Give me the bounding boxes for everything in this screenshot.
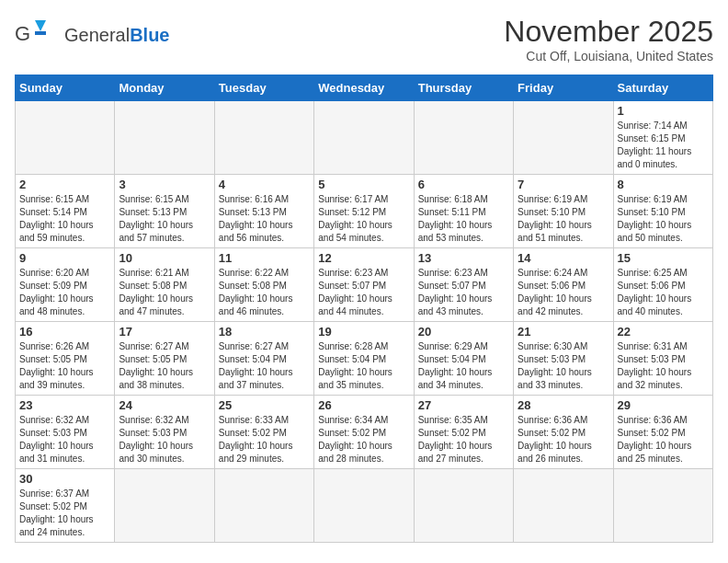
day-number: 3 — [119, 178, 210, 191]
weekday-header-row: SundayMondayTuesdayWednesdayThursdayFrid… — [16, 75, 713, 101]
svg-marker-1 — [35, 20, 46, 31]
day-info: Sunrise: 6:34 AMSunset: 5:02 PMDaylight:… — [318, 414, 409, 465]
calendar-cell: 4Sunrise: 6:16 AMSunset: 5:13 PMDaylight… — [214, 175, 313, 248]
calendar-cell: 22Sunrise: 6:31 AMSunset: 5:03 PMDayligh… — [613, 322, 712, 396]
day-info: Sunrise: 6:27 AMSunset: 5:04 PMDaylight:… — [219, 340, 310, 392]
day-number: 14 — [518, 251, 609, 265]
calendar-cell: 12Sunrise: 6:23 AMSunset: 5:07 PMDayligh… — [314, 248, 414, 322]
day-info: Sunrise: 6:17 AMSunset: 5:12 PMDaylight:… — [318, 193, 409, 245]
day-info: Sunrise: 6:25 AMSunset: 5:06 PMDaylight:… — [618, 267, 709, 318]
calendar-cell — [414, 101, 513, 175]
calendar-cell: 30Sunrise: 6:37 AMSunset: 5:02 PMDayligh… — [16, 469, 115, 543]
day-number: 20 — [418, 325, 509, 339]
day-number: 17 — [119, 325, 210, 339]
day-number: 13 — [418, 251, 509, 265]
calendar-cell: 25Sunrise: 6:33 AMSunset: 5:02 PMDayligh… — [214, 396, 313, 469]
weekday-header-sunday: Sunday — [16, 75, 115, 101]
day-number: 19 — [318, 325, 409, 339]
weekday-header-thursday: Thursday — [414, 75, 513, 101]
day-number: 9 — [19, 251, 110, 265]
day-info: Sunrise: 6:15 AMSunset: 5:14 PMDaylight:… — [19, 193, 110, 245]
day-info: Sunrise: 6:28 AMSunset: 5:04 PMDaylight:… — [318, 340, 409, 392]
day-number: 24 — [119, 398, 210, 412]
day-info: Sunrise: 6:24 AMSunset: 5:06 PMDaylight:… — [518, 267, 609, 318]
calendar-cell: 19Sunrise: 6:28 AMSunset: 5:04 PMDayligh… — [314, 322, 414, 396]
calendar-cell: 1Sunrise: 7:14 AMSunset: 6:15 PMDaylight… — [613, 101, 712, 175]
svg-text:G: G — [15, 22, 30, 45]
calendar-cell — [214, 469, 313, 543]
week-row-4: 16Sunrise: 6:26 AMSunset: 5:05 PMDayligh… — [16, 322, 713, 396]
calendar-cell: 28Sunrise: 6:36 AMSunset: 5:02 PMDayligh… — [514, 396, 613, 469]
day-number: 5 — [318, 178, 409, 191]
day-info: Sunrise: 6:16 AMSunset: 5:13 PMDaylight:… — [219, 193, 310, 245]
page-header: G GeneralBlue November 2025 Cut Off, Lou… — [15, 15, 713, 63]
calendar-cell: 20Sunrise: 6:29 AMSunset: 5:04 PMDayligh… — [414, 322, 513, 396]
day-info: Sunrise: 6:22 AMSunset: 5:08 PMDaylight:… — [219, 267, 310, 318]
day-number: 30 — [19, 472, 110, 486]
calendar-cell — [514, 469, 613, 543]
day-info: Sunrise: 6:15 AMSunset: 5:13 PMDaylight:… — [119, 193, 210, 245]
day-info: Sunrise: 6:23 AMSunset: 5:07 PMDaylight:… — [418, 267, 509, 318]
day-number: 12 — [318, 251, 409, 265]
calendar-cell: 5Sunrise: 6:17 AMSunset: 5:12 PMDaylight… — [314, 175, 414, 248]
calendar-cell: 15Sunrise: 6:25 AMSunset: 5:06 PMDayligh… — [613, 248, 712, 322]
calendar-cell — [514, 101, 613, 175]
day-info: Sunrise: 6:26 AMSunset: 5:05 PMDaylight:… — [19, 340, 110, 392]
calendar-cell: 8Sunrise: 6:19 AMSunset: 5:10 PMDaylight… — [613, 175, 712, 248]
logo-general: General — [64, 25, 130, 45]
calendar-cell: 21Sunrise: 6:30 AMSunset: 5:03 PMDayligh… — [514, 322, 613, 396]
day-number: 15 — [618, 251, 709, 265]
day-info: Sunrise: 6:36 AMSunset: 5:02 PMDaylight:… — [518, 414, 609, 465]
calendar-cell — [115, 101, 214, 175]
calendar-cell: 6Sunrise: 6:18 AMSunset: 5:11 PMDaylight… — [414, 175, 513, 248]
calendar-cell: 10Sunrise: 6:21 AMSunset: 5:08 PMDayligh… — [115, 248, 214, 322]
day-number: 2 — [19, 178, 110, 191]
day-info: Sunrise: 6:29 AMSunset: 5:04 PMDaylight:… — [418, 340, 509, 392]
calendar-cell: 29Sunrise: 6:36 AMSunset: 5:02 PMDayligh… — [613, 396, 712, 469]
calendar-cell: 11Sunrise: 6:22 AMSunset: 5:08 PMDayligh… — [214, 248, 313, 322]
day-number: 26 — [318, 398, 409, 412]
day-number: 18 — [219, 325, 310, 339]
week-row-5: 23Sunrise: 6:32 AMSunset: 5:03 PMDayligh… — [16, 396, 713, 469]
calendar-cell — [314, 101, 414, 175]
calendar-cell: 14Sunrise: 6:24 AMSunset: 5:06 PMDayligh… — [514, 248, 613, 322]
day-number: 22 — [618, 325, 709, 339]
weekday-header-saturday: Saturday — [613, 75, 712, 101]
day-info: Sunrise: 6:32 AMSunset: 5:03 PMDaylight:… — [19, 414, 110, 465]
day-number: 10 — [119, 251, 210, 265]
day-info: Sunrise: 6:27 AMSunset: 5:05 PMDaylight:… — [119, 340, 210, 392]
calendar-cell: 2Sunrise: 6:15 AMSunset: 5:14 PMDaylight… — [16, 175, 115, 248]
day-number: 27 — [418, 398, 509, 412]
day-info: Sunrise: 6:30 AMSunset: 5:03 PMDaylight:… — [518, 340, 609, 392]
calendar-cell: 16Sunrise: 6:26 AMSunset: 5:05 PMDayligh… — [16, 322, 115, 396]
logo-icon: G — [15, 15, 61, 55]
weekday-header-wednesday: Wednesday — [314, 75, 414, 101]
day-info: Sunrise: 6:33 AMSunset: 5:02 PMDaylight:… — [219, 414, 310, 465]
day-number: 4 — [219, 178, 310, 191]
calendar-cell: 7Sunrise: 6:19 AMSunset: 5:10 PMDaylight… — [514, 175, 613, 248]
calendar-cell: 9Sunrise: 6:20 AMSunset: 5:09 PMDaylight… — [16, 248, 115, 322]
calendar-cell — [214, 101, 313, 175]
day-info: Sunrise: 6:32 AMSunset: 5:03 PMDaylight:… — [119, 414, 210, 465]
day-number: 11 — [219, 251, 310, 265]
week-row-1: 1Sunrise: 7:14 AMSunset: 6:15 PMDaylight… — [16, 101, 713, 175]
logo-blue: Blue — [130, 25, 169, 45]
day-info: Sunrise: 6:31 AMSunset: 5:03 PMDaylight:… — [618, 340, 709, 392]
calendar-cell — [314, 469, 414, 543]
day-info: Sunrise: 6:20 AMSunset: 5:09 PMDaylight:… — [19, 267, 110, 318]
day-info: Sunrise: 6:37 AMSunset: 5:02 PMDaylight:… — [19, 488, 110, 539]
day-number: 1 — [618, 104, 709, 118]
day-info: Sunrise: 6:21 AMSunset: 5:08 PMDaylight:… — [119, 267, 210, 318]
day-number: 21 — [518, 325, 609, 339]
logo: G GeneralBlue — [15, 15, 170, 55]
day-number: 29 — [618, 398, 709, 412]
week-row-2: 2Sunrise: 6:15 AMSunset: 5:14 PMDaylight… — [16, 175, 713, 248]
day-number: 28 — [518, 398, 609, 412]
svg-rect-2 — [35, 31, 46, 35]
calendar-cell: 18Sunrise: 6:27 AMSunset: 5:04 PMDayligh… — [214, 322, 313, 396]
calendar-cell: 3Sunrise: 6:15 AMSunset: 5:13 PMDaylight… — [115, 175, 214, 248]
calendar-cell: 27Sunrise: 6:35 AMSunset: 5:02 PMDayligh… — [414, 396, 513, 469]
day-info: Sunrise: 6:23 AMSunset: 5:07 PMDaylight:… — [318, 267, 409, 318]
calendar-cell — [414, 469, 513, 543]
day-number: 8 — [618, 178, 709, 191]
